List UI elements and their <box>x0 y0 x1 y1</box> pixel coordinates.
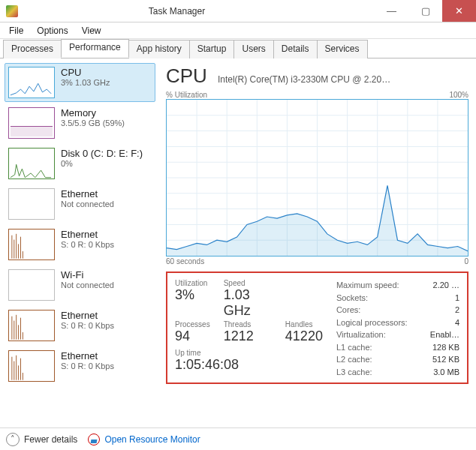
app-icon <box>6 5 18 17</box>
cpu-model: Intel(R) Core(TM) i3-2330M CPU @ 2.20… <box>218 74 468 85</box>
tab-services[interactable]: Services <box>317 40 368 58</box>
stat-key: L2 cache: <box>336 353 372 366</box>
sidebar-item-name: Ethernet <box>61 350 114 362</box>
open-resource-monitor-link[interactable]: Open Resource Monitor <box>88 434 200 446</box>
sidebar-thumb-icon <box>8 310 55 341</box>
chart-label-bottom-left: 60 seconds <box>166 257 204 266</box>
sidebar-item-sub: 3% 1.03 GHz <box>61 78 110 87</box>
stat-row: L3 cache:3.0 MB <box>336 366 459 379</box>
stat-key: Cores: <box>336 304 360 316</box>
stat-key: L1 cache: <box>336 341 372 354</box>
stat-key: Logical processors: <box>336 316 408 329</box>
sidebar-item-sub: S: 0 R: 0 Kbps <box>61 362 114 370</box>
stat-row: Cores:2 <box>336 304 459 316</box>
chart-svg <box>167 100 468 256</box>
stat-value: 128 KB <box>432 341 459 354</box>
footer: ˄ Fewer details Open Resource Monitor <box>0 428 476 450</box>
handles-value: 41220 <box>285 328 323 344</box>
menu-file[interactable]: File <box>3 24 29 38</box>
sidebar-thumb-icon <box>8 67 55 98</box>
tabstrip: Processes Performance App history Startu… <box>0 39 476 58</box>
tab-details[interactable]: Details <box>273 40 318 58</box>
sidebar-item-ethernet-3[interactable]: EthernetNot connected <box>5 184 155 224</box>
sidebar-item-sub: 0% <box>61 159 143 168</box>
sidebar-item-sub: S: 0 R: 0 Kbps <box>61 240 114 249</box>
processes-label: Processes <box>175 320 210 328</box>
sidebar-thumb-icon <box>8 107 55 139</box>
minimize-button[interactable]: — <box>375 0 408 22</box>
main-title: CPU <box>166 64 207 88</box>
uptime-value: 1:05:46:08 <box>175 357 323 373</box>
handles-label: Handles <box>285 320 323 328</box>
fewer-details-button[interactable]: ˄ Fewer details <box>6 433 77 446</box>
fewer-details-label: Fewer details <box>24 434 77 445</box>
maximize-button[interactable]: ▢ <box>408 0 442 22</box>
sidebar-item-memory-1[interactable]: Memory3.5/5.9 GB (59%) <box>5 104 155 142</box>
tab-startup[interactable]: Startup <box>189 40 235 58</box>
sidebar-item-disk-0-c-d-e-f--2[interactable]: Disk 0 (C: D: E: F:)0% <box>5 144 155 183</box>
menubar: File Options View <box>0 22 476 39</box>
stat-key: Maximum speed: <box>336 279 399 292</box>
speed-value: 1.03 GHz <box>224 287 272 319</box>
stat-row: Maximum speed:2.20 … <box>336 279 459 292</box>
sidebar-thumb-icon <box>8 269 55 301</box>
sidebar-item-sub: 3.5/5.9 GB (59%) <box>61 118 125 128</box>
uptime-label: Up time <box>175 349 323 357</box>
speed-label: Speed <box>224 279 272 287</box>
sidebar-item-sub: Not connected <box>61 280 114 290</box>
stat-row: L2 cache:512 KB <box>336 353 459 366</box>
cpu-chart <box>166 99 468 256</box>
stat-value: 2 <box>455 304 459 316</box>
sidebar-thumb-icon <box>8 188 55 220</box>
stat-value: Enabl… <box>430 328 459 341</box>
close-button[interactable]: ✕ <box>442 0 476 22</box>
main-panel: CPU Intel(R) Core(TM) i3-2330M CPU @ 2.2… <box>161 58 476 428</box>
chart-label-bottom-right: 0 <box>464 257 468 266</box>
window-title: Task Manager <box>24 6 375 16</box>
sidebar-thumb-icon <box>8 350 55 382</box>
sidebar-item-name: Wi-Fi <box>61 269 114 280</box>
menu-view[interactable]: View <box>76 24 107 38</box>
sidebar-item-name: Ethernet <box>61 229 114 240</box>
sidebar-item-name: CPU <box>61 67 110 78</box>
stat-value: 512 KB <box>432 353 459 366</box>
sidebar-item-sub: Not connected <box>61 200 114 208</box>
stat-row: L1 cache:128 KB <box>336 341 459 354</box>
sidebar-item-cpu-0[interactable]: CPU3% 1.03 GHz <box>5 63 155 102</box>
stat-key: L3 cache: <box>336 366 372 379</box>
stat-value: 3.0 MB <box>433 366 459 379</box>
threads-value: 1212 <box>224 328 272 344</box>
utilization-value: 3% <box>175 287 210 303</box>
stat-value: 2.20 … <box>433 279 459 292</box>
sidebar-item-ethernet-7[interactable]: EthernetS: 0 R: 0 Kbps <box>5 346 155 386</box>
stat-value: 4 <box>455 316 459 329</box>
stat-row: Logical processors:4 <box>336 316 459 329</box>
utilization-label: Utilization <box>175 279 210 287</box>
sidebar-thumb-icon <box>8 148 55 179</box>
processes-value: 94 <box>175 328 210 344</box>
content: CPU3% 1.03 GHzMemory3.5/5.9 GB (59%)Disk… <box>0 58 476 428</box>
sidebar-item-wi-fi-5[interactable]: Wi-FiNot connected <box>5 266 155 304</box>
sidebar-item-name: Ethernet <box>61 188 114 200</box>
sidebar-item-name: Disk 0 (C: D: E: F:) <box>61 148 143 159</box>
chart-label-top-right: 100% <box>449 91 468 99</box>
chevron-up-icon: ˄ <box>6 433 20 446</box>
sidebar-item-sub: S: 0 R: 0 Kbps <box>61 321 114 330</box>
sidebar-item-ethernet-4[interactable]: EthernetS: 0 R: 0 Kbps <box>5 225 155 264</box>
stat-value: 1 <box>455 292 459 304</box>
sidebar-item-ethernet-6[interactable]: EthernetS: 0 R: 0 Kbps <box>5 306 155 345</box>
tab-app-history[interactable]: App history <box>128 40 190 58</box>
threads-label: Threads <box>224 320 272 328</box>
tab-users[interactable]: Users <box>233 40 273 58</box>
menu-options[interactable]: Options <box>31 24 74 38</box>
stat-row: Sockets:1 <box>336 292 459 304</box>
stat-key: Virtualization: <box>336 328 386 341</box>
open-resource-monitor-label: Open Resource Monitor <box>104 434 200 445</box>
resource-monitor-icon <box>88 434 100 446</box>
sidebar-item-name: Ethernet <box>61 310 114 321</box>
tab-processes[interactable]: Processes <box>3 40 62 58</box>
chart-label-top-left: % Utilization <box>166 91 207 99</box>
stat-key: Sockets: <box>336 292 368 304</box>
sidebar-item-name: Memory <box>61 107 125 118</box>
tab-performance[interactable]: Performance <box>61 39 129 58</box>
